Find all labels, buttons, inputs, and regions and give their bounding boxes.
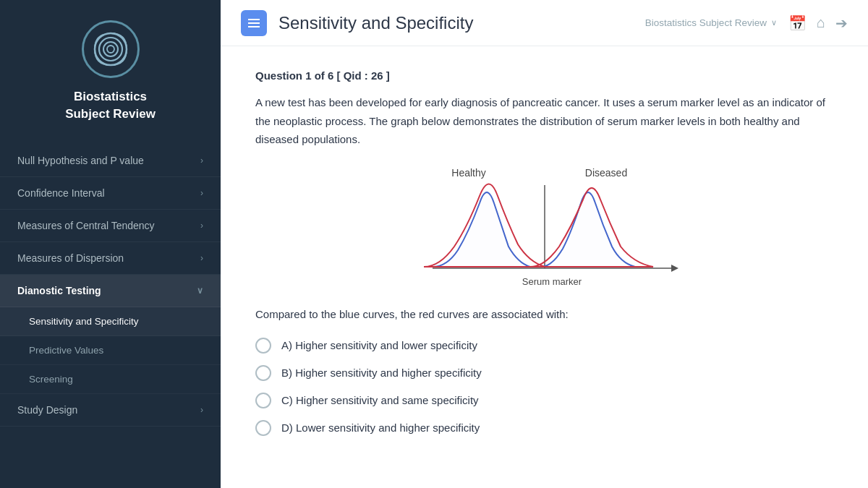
- x-axis-label: Serum marker: [522, 276, 582, 287]
- page-title: Sensitivity and Specificity: [278, 13, 645, 33]
- option-d-label: D) Lower sensitivity and higher specific…: [281, 421, 480, 434]
- sidebar-item-diagnostic-testing[interactable]: Dianostic Testing ∨: [0, 275, 221, 307]
- svg-point-2: [103, 42, 118, 56]
- radio-a[interactable]: [255, 338, 271, 354]
- app-title: BiostatisticsSubject Review: [65, 88, 156, 123]
- svg-point-1: [99, 38, 122, 61]
- diseased-label: Diseased: [584, 167, 626, 179]
- sidebar-item-central-tendency-label: Measures of Central Tendency: [17, 220, 155, 231]
- home-icon[interactable]: ⌂: [817, 14, 825, 31]
- sidebar-item-confidence-interval-label: Confidence Interval: [17, 187, 105, 199]
- content-area: Question 1 of 6 [ Qid : 26 ] A new test …: [221, 46, 868, 488]
- sidebar-subitem-screening-label: Screening: [29, 374, 73, 385]
- question-label: Question 1 of 6 [ Qid : 26 ]: [255, 69, 833, 82]
- logo-icon: [89, 27, 132, 71]
- sidebar-subitem-predictive-values-label: Predictive Values: [29, 345, 103, 356]
- hamburger-icon: [248, 22, 260, 24]
- sidebar-item-confidence-interval[interactable]: Confidence Interval ›: [0, 177, 221, 210]
- distribution-chart: Healthy Diseased Serum marker: [411, 163, 678, 290]
- chevron-right-icon: ›: [200, 405, 203, 415]
- breadcrumb[interactable]: Biostatistics Subject Review ∨: [645, 17, 777, 28]
- chevron-down-icon: ∨: [197, 286, 203, 296]
- chevron-right-icon: ›: [200, 155, 203, 166]
- sidebar-subitem-predictive-values[interactable]: Predictive Values: [0, 336, 221, 365]
- menu-button[interactable]: [241, 10, 267, 36]
- header-icons: 📅 ⌂ ➔: [788, 14, 848, 32]
- sidebar-item-study-design[interactable]: Study Design ›: [0, 394, 221, 427]
- main-content: Sensitivity and Specificity Biostatistic…: [221, 0, 868, 488]
- chart-area: Healthy Diseased Serum marker: [255, 163, 833, 290]
- option-b-label: B) Higher sensitivity and higher specifi…: [281, 367, 482, 379]
- sidebar-item-central-tendency[interactable]: Measures of Central Tendency ›: [0, 210, 221, 242]
- options-list: A) Higher sensitivity and lower specific…: [255, 338, 833, 436]
- svg-point-3: [107, 46, 114, 53]
- option-a-label: A) Higher sensitivity and lower specific…: [281, 339, 477, 351]
- compare-text: Compared to the blue curves, the red cur…: [255, 306, 833, 323]
- sidebar-item-dispersion-label: Measures of Dispersion: [17, 252, 124, 264]
- calendar-icon[interactable]: 📅: [788, 14, 807, 32]
- logout-icon[interactable]: ➔: [835, 14, 848, 32]
- healthy-label: Healthy: [451, 167, 485, 179]
- radio-c[interactable]: [255, 393, 271, 408]
- chevron-right-icon: ›: [200, 221, 203, 231]
- question-text: A new test has been developed for early …: [255, 93, 833, 149]
- sidebar-nav: Null Hypothesis and P value › Confidence…: [0, 145, 221, 488]
- svg-marker-5: [671, 265, 678, 272]
- sidebar-subitem-sensitivity-specificity-label: Sensitivity and Specificity: [29, 316, 139, 327]
- sidebar-subitem-screening[interactable]: Screening: [0, 365, 221, 394]
- sidebar-item-null-hypothesis-label: Null Hypothesis and P value: [17, 155, 144, 166]
- sidebar-item-null-hypothesis[interactable]: Null Hypothesis and P value ›: [0, 145, 221, 177]
- sidebar: BiostatisticsSubject Review Null Hypothe…: [0, 0, 221, 488]
- option-d[interactable]: D) Lower sensitivity and higher specific…: [255, 420, 833, 436]
- sidebar-logo: BiostatisticsSubject Review: [0, 0, 221, 137]
- sidebar-item-study-design-label: Study Design: [17, 404, 77, 416]
- option-c[interactable]: C) Higher sensitivity and same specifici…: [255, 393, 833, 408]
- option-a[interactable]: A) Higher sensitivity and lower specific…: [255, 338, 833, 354]
- option-b[interactable]: B) Higher sensitivity and higher specifi…: [255, 365, 833, 381]
- chevron-right-icon: ›: [200, 253, 203, 263]
- chevron-right-icon: ›: [200, 188, 203, 198]
- sidebar-subitem-sensitivity-specificity[interactable]: Sensitivity and Specificity: [0, 307, 221, 336]
- breadcrumb-text: Biostatistics Subject Review: [645, 17, 767, 28]
- radio-d[interactable]: [255, 420, 271, 436]
- header: Sensitivity and Specificity Biostatistic…: [221, 0, 868, 46]
- option-c-label: C) Higher sensitivity and same specifici…: [281, 394, 479, 406]
- radio-b[interactable]: [255, 365, 271, 381]
- logo-circle: [82, 20, 140, 78]
- breadcrumb-chevron-icon: ∨: [771, 18, 777, 27]
- sidebar-item-diagnostic-testing-label: Dianostic Testing: [17, 285, 101, 296]
- sidebar-item-dispersion[interactable]: Measures of Dispersion ›: [0, 242, 221, 275]
